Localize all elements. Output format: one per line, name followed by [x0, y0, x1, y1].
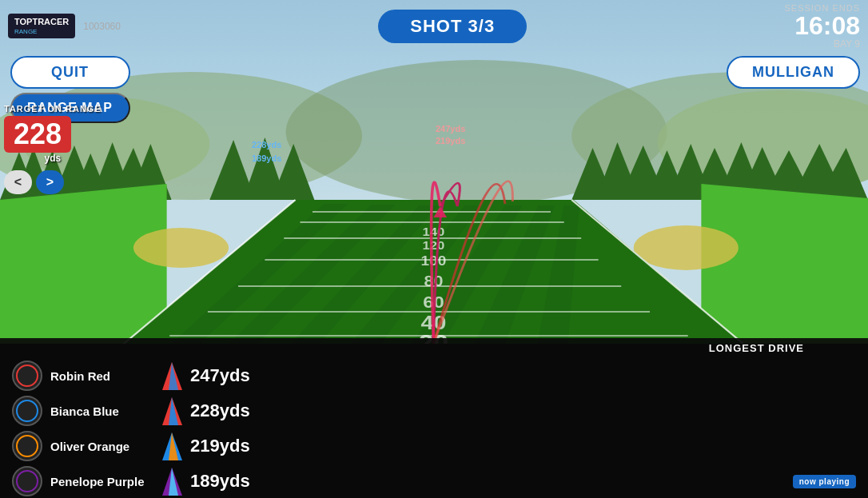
- player-row: Bianca Blue 228yds: [0, 393, 868, 428]
- player-distance: 189yds: [190, 471, 785, 492]
- shot-annotation-228: 228yds: [252, 140, 281, 149]
- avatar-inner: [16, 400, 38, 422]
- logo-text-line1: TOPTRACER: [14, 17, 69, 27]
- target-prev-button[interactable]: <: [4, 170, 32, 194]
- shot-badge: SHOT 3/3: [378, 10, 527, 43]
- longest-drive-label: LONGEST DRIVE: [709, 342, 804, 354]
- player-row: Penelope Purple 189yds now playing: [0, 464, 868, 498]
- session-time: 16:08: [784, 13, 860, 38]
- logo: TOPTRACER RANGE: [8, 14, 75, 38]
- player-row: Robin Red 247yds: [0, 358, 868, 393]
- avatar-inner: [16, 435, 38, 457]
- player-row: Oliver Orange 219yds: [0, 428, 868, 464]
- shot-annotation-219: 219yds: [436, 136, 465, 145]
- header: TOPTRACER RANGE 1003060 SHOT 3/3 SESSION…: [0, 0, 868, 52]
- player-rows: Robin Red 247yds Bianca Blue 228yds: [0, 354, 868, 498]
- target-label: TARGET ON RANGE: [4, 104, 102, 114]
- avatar-inner: [16, 470, 38, 492]
- logo-area: TOPTRACER RANGE 1003060: [8, 14, 121, 38]
- session-id: 1003060: [83, 21, 121, 32]
- quit-button[interactable]: QUIT: [10, 56, 130, 89]
- svg-text:80: 80: [424, 273, 443, 289]
- now-playing-badge: now playing: [793, 475, 856, 488]
- svg-text:120: 120: [422, 239, 444, 251]
- scoreboard: LONGEST DRIVE Robin Red 247yds: [0, 338, 868, 498]
- player-color-icon: [162, 468, 182, 496]
- svg-point-30: [133, 228, 229, 268]
- avatar: [12, 466, 42, 496]
- target-nav: < >: [4, 170, 102, 194]
- player-name: Bianca Blue: [50, 404, 154, 418]
- svg-point-31: [634, 225, 739, 270]
- player-distance: 228yds: [190, 400, 856, 421]
- bay-label: BAY 9: [784, 38, 860, 50]
- avatar: [12, 396, 42, 426]
- avatar: [12, 431, 42, 461]
- svg-text:100: 100: [420, 253, 446, 268]
- avatar: [12, 361, 42, 391]
- player-color-icon: [162, 397, 182, 425]
- target-next-button[interactable]: >: [36, 170, 64, 194]
- svg-marker-29: [701, 184, 868, 344]
- target-unit: yds: [4, 153, 102, 164]
- session-info: SESSION ENDS 16:08 BAY 9: [784, 3, 860, 50]
- svg-text:140: 140: [422, 225, 444, 237]
- shot-annotation-247: 247yds: [436, 124, 465, 133]
- player-name: Penelope Purple: [50, 475, 154, 488]
- app-container: 140 120 100 80 60 40 20 228yds 189yds 24…: [0, 0, 868, 498]
- player-name: Oliver Orange: [50, 440, 154, 453]
- shot-annotation-189: 189yds: [252, 153, 281, 163]
- scoreboard-header: LONGEST DRIVE: [0, 338, 868, 354]
- target-value: 228: [4, 116, 71, 153]
- target-panel: TARGET ON RANGE 228 yds < >: [4, 104, 102, 194]
- right-panel: MULLIGAN: [719, 52, 868, 93]
- avatar-inner: [16, 365, 38, 387]
- player-color-icon: [162, 362, 182, 390]
- player-color-icon: [162, 432, 182, 460]
- logo-text-line2: RANGE: [14, 28, 69, 35]
- player-distance: 247yds: [190, 365, 856, 386]
- player-distance: 219yds: [190, 436, 856, 456]
- player-name: Robin Red: [50, 369, 154, 383]
- mulligan-button[interactable]: MULLIGAN: [727, 56, 860, 89]
- svg-marker-28: [0, 184, 167, 344]
